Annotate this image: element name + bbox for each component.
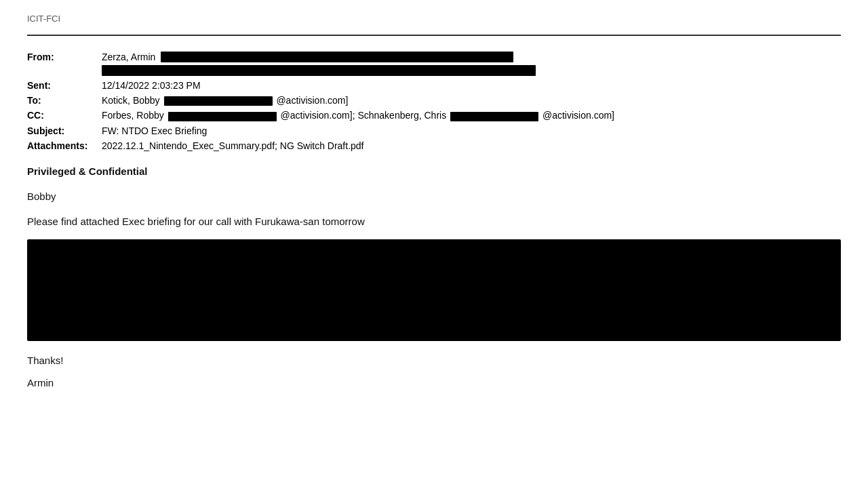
sent-row: Sent: 12/14/2022 2:03:23 PM xyxy=(27,78,841,93)
divider-line xyxy=(27,35,841,36)
cc-name-2: Schnakenberg, Chris xyxy=(357,110,446,121)
to-row: To: Kotick, Bobby @activision.com] xyxy=(27,93,841,108)
from-name: Zerza, Armin xyxy=(102,52,155,62)
body-section: Privileged & Confidential Bobby Please f… xyxy=(27,159,841,395)
from-label: From: xyxy=(27,49,102,78)
cc-redacted-2 xyxy=(450,112,538,121)
page-container: ICIT-FCI From: Zerza, Armin xyxy=(0,0,868,499)
cc-label: CC: xyxy=(27,108,102,123)
subject-label: Subject: xyxy=(27,123,102,138)
cc-row: CC: Forbes, Robby @activision.com]; Schn… xyxy=(27,108,841,123)
salutation: Bobby xyxy=(27,191,841,202)
email-meta-table: From: Zerza, Armin Sent: 12 xyxy=(27,49,841,153)
redacted-content-block xyxy=(27,239,841,341)
subject-row: Subject: FW: NTDO Exec Briefing xyxy=(27,123,841,138)
to-value: Kotick, Bobby @activision.com] xyxy=(102,93,841,108)
attachments-row: Attachments: 2022.12.1_Nintendo_Exec_Sum… xyxy=(27,138,841,153)
cc-name-1: Forbes, Robby xyxy=(102,110,164,121)
to-label: To: xyxy=(27,93,102,108)
closing-text: Thanks! xyxy=(27,355,841,366)
attachments-value: 2022.12.1_Nintendo_Exec_Summary.pdf; NG … xyxy=(102,138,841,153)
privileged-text: Privileged & Confidential xyxy=(27,165,841,177)
cc-domain-1: @activision.com]; xyxy=(281,110,355,121)
cc-domain-2: @activision.com] xyxy=(542,110,614,121)
to-domain: @activision.com] xyxy=(276,95,348,106)
from-redacted-2 xyxy=(102,65,536,76)
to-redacted xyxy=(164,96,273,106)
to-name: Kotick, Bobby xyxy=(102,95,160,106)
sent-value: 12/14/2022 2:03:23 PM xyxy=(102,78,841,93)
subject-value: FW: NTDO Exec Briefing xyxy=(102,123,841,138)
sent-label: Sent: xyxy=(27,78,102,93)
from-redacted-1 xyxy=(161,52,513,62)
from-value: Zerza, Armin xyxy=(102,49,841,78)
header-label: ICIT-FCI xyxy=(27,14,841,24)
cc-value: Forbes, Robby @activision.com]; Schnaken… xyxy=(102,108,841,123)
body-text: Please find attached Exec briefing for o… xyxy=(27,216,841,227)
attachments-label: Attachments: xyxy=(27,138,102,153)
from-row: From: Zerza, Armin xyxy=(27,49,841,78)
signature-text: Armin xyxy=(27,377,841,388)
cc-redacted-1 xyxy=(168,112,277,121)
